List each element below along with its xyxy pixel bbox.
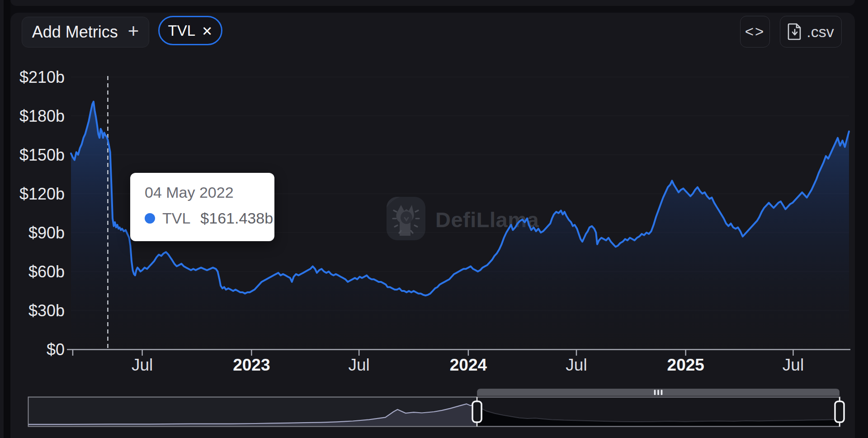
y-tick-label: $90b (28, 224, 65, 242)
navigator-series-selected (477, 406, 840, 426)
grip-dots-icon (661, 390, 663, 395)
metric-pill-label: TVL (168, 22, 196, 39)
tooltip-series-name: TVL (162, 209, 190, 227)
file-download-icon (788, 23, 802, 40)
y-tick-label: $0 (47, 340, 65, 359)
y-tick-label: $60b (28, 262, 65, 281)
chart-tooltip: 04 May 2022 TVL $161.438b (130, 173, 274, 241)
y-tick-label: $210b (19, 68, 65, 86)
embed-code-button[interactable]: <> (740, 16, 770, 48)
chart-panel: Add Metrics + TVL ✕ <> .csv (10, 13, 855, 438)
page: Add Metrics + TVL ✕ <> .csv (0, 0, 868, 438)
tooltip-row: TVL $161.438b (145, 209, 274, 227)
grip-dots-icon (657, 390, 659, 395)
add-metrics-label: Add Metrics (32, 23, 118, 42)
metric-pill-tvl[interactable]: TVL ✕ (158, 16, 222, 45)
x-tick-label: Jul (783, 356, 804, 374)
y-tick-label: $30b (28, 301, 65, 320)
x-tick-label: Jul (566, 356, 587, 374)
chart-header: Add Metrics + TVL ✕ <> .csv (10, 13, 855, 53)
y-tick-label: $120b (19, 185, 65, 203)
brush-handle-left[interactable] (472, 401, 481, 422)
left-gutter (4, 0, 10, 438)
tooltip-series-dot (145, 213, 155, 224)
y-tick-label: $180b (19, 107, 65, 125)
csv-button-label: .csv (807, 23, 834, 41)
tooltip-value: $161.438b (200, 209, 273, 227)
x-tick-label: 2025 (667, 356, 704, 374)
section-divider (10, 0, 855, 6)
y-tick-label: $150b (19, 146, 65, 164)
x-tick-label: Jul (132, 356, 153, 374)
left-edge-strip (0, 0, 4, 438)
close-icon[interactable]: ✕ (202, 24, 212, 39)
x-tick-label: Jul (349, 356, 370, 374)
tooltip-date: 04 May 2022 (145, 184, 274, 201)
download-csv-button[interactable]: .csv (780, 16, 842, 48)
x-tick-label: 2023 (233, 356, 270, 374)
brush-handle-right[interactable] (835, 401, 844, 422)
grip-dots-icon (654, 390, 656, 395)
add-metrics-button[interactable]: Add Metrics + (22, 17, 149, 48)
plus-icon: + (128, 22, 139, 41)
x-tick-label: 2024 (450, 356, 487, 374)
code-icon: <> (745, 23, 765, 40)
